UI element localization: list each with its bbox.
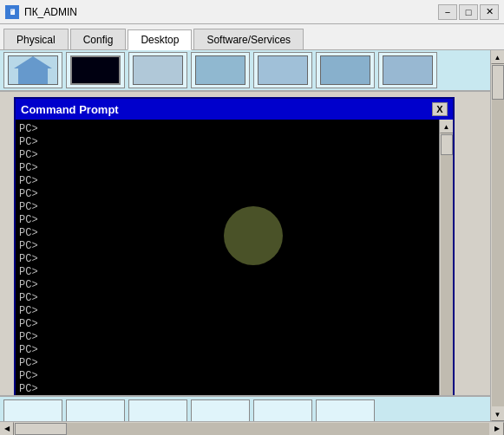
tab-desktop[interactable]: Desktop [128, 29, 192, 50]
cmd-line: PC> [19, 357, 435, 370]
cmd-line: PC> [19, 149, 435, 162]
window-controls: − □ ✕ [438, 4, 499, 20]
main-content: Command Prompt X PC>PC>PC>PC>PC>PC>PC>PC… [0, 50, 504, 435]
thumb-2[interactable] [66, 52, 125, 88]
cmd-scroll-up[interactable]: ▲ [440, 120, 454, 133]
cmd-line: PC> [19, 370, 435, 383]
h-scroll-left[interactable]: ◀ [0, 422, 14, 436]
h-scroll-thumb[interactable] [15, 423, 67, 435]
cmd-line: PC> [19, 136, 435, 149]
thumb-1-inner [8, 55, 58, 85]
thumb-5[interactable] [253, 52, 312, 88]
window-title: ПК_ADMIN [24, 6, 77, 18]
cmd-line: PC> [19, 344, 435, 357]
cmd-line: PC> [19, 175, 435, 188]
h-scrollbar: ◀ ▶ [0, 421, 504, 435]
thumb-7[interactable] [378, 52, 437, 88]
cmd-line: PC> [19, 318, 435, 331]
cmd-scroll-thumb[interactable] [441, 134, 453, 155]
thumb-6-inner [320, 55, 370, 85]
cmd-line: PC> [19, 162, 435, 175]
cmd-line: PC> [19, 279, 435, 292]
thumb-5-inner [258, 55, 308, 85]
cmd-line: PC> [19, 292, 435, 305]
app-icon: 🖥 [5, 5, 19, 19]
tab-bar: Physical Config Desktop Software/Service… [0, 24, 504, 50]
app-icon-text: 🖥 [9, 8, 16, 16]
cmd-scrollbar: ▲ ▼ [439, 120, 453, 416]
thumb-1[interactable] [3, 52, 62, 88]
cmd-line: PC> [19, 266, 435, 279]
cmd-line: PC> [19, 383, 435, 396]
top-thumbnail-strip [0, 50, 504, 92]
title-bar: 🖥 ПК_ADMIN − □ ✕ [0, 0, 504, 24]
cmd-line: PC> [19, 305, 435, 318]
cmd-title-text: Command Prompt [21, 103, 119, 116]
thumb-3[interactable] [128, 52, 187, 88]
thumb-7-inner [383, 55, 433, 85]
close-button[interactable]: ✕ [480, 4, 499, 20]
command-prompt-window: Command Prompt X PC>PC>PC>PC>PC>PC>PC>PC… [14, 97, 455, 418]
cmd-close-button[interactable]: X [432, 102, 448, 116]
thumb-4[interactable] [191, 52, 250, 88]
h-scroll-right[interactable]: ▶ [490, 422, 504, 436]
outer-scroll-thumb[interactable] [492, 65, 504, 100]
outer-scroll-up[interactable]: ▲ [491, 50, 505, 64]
cmd-circle [224, 206, 283, 265]
cmd-scroll-track [441, 134, 453, 401]
cmd-line: PC> [19, 201, 435, 214]
outer-scroll-track [492, 65, 504, 406]
cmd-line: PC> [19, 253, 435, 266]
cmd-line: PC> [19, 331, 435, 344]
thumb-3-inner [133, 55, 183, 85]
cmd-line: PC> [19, 123, 435, 136]
title-bar-left: 🖥 ПК_ADMIN [5, 5, 77, 19]
thumb-6[interactable] [316, 52, 375, 88]
outer-scroll-down[interactable]: ▼ [491, 407, 505, 421]
thumb-2-inner [70, 55, 121, 85]
outer-scrollbar: ▲ ▼ [490, 50, 504, 421]
cmd-title-bar: Command Prompt X [16, 99, 453, 120]
thumb-4-inner [195, 55, 245, 85]
cmd-body-wrap: PC>PC>PC>PC>PC>PC>PC>PC>PC>PC>PC>PC>PC>P… [16, 120, 453, 416]
tab-physical[interactable]: Physical [3, 29, 69, 49]
cmd-line: PC> [19, 188, 435, 201]
h-scroll-track [15, 423, 489, 435]
minimize-button[interactable]: − [438, 4, 457, 20]
tab-software-services[interactable]: Software/Services [193, 29, 304, 49]
tab-config[interactable]: Config [70, 29, 127, 49]
cmd-body[interactable]: PC>PC>PC>PC>PC>PC>PC>PC>PC>PC>PC>PC>PC>P… [16, 120, 439, 416]
maximize-button[interactable]: □ [459, 4, 478, 20]
